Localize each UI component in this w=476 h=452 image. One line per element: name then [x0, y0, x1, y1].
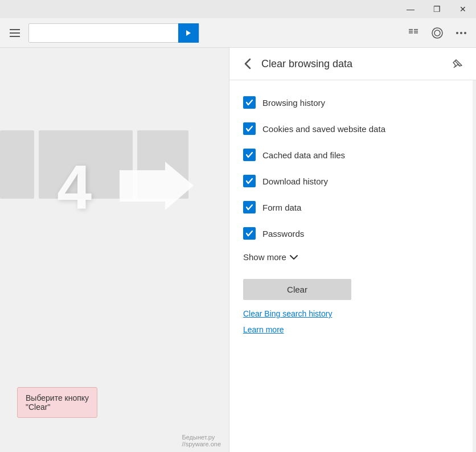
titlebar: — ❐ ✕ [0, 0, 476, 18]
show-more-button[interactable]: Show more [243, 246, 462, 268]
more-icon[interactable] [451, 23, 471, 43]
panel-title: Clear browsing data [257, 58, 449, 70]
checkbox-cookies-box[interactable] [243, 122, 256, 135]
checkbox-passwords-box[interactable] [243, 227, 256, 240]
checkbox-cached-data-box[interactable] [243, 149, 256, 161]
step-number: 4 [57, 150, 92, 223]
svg-rect-7 [414, 29, 418, 30]
svg-point-11 [434, 30, 440, 36]
menu-icon[interactable] [5, 23, 25, 43]
thumbnail-1 [0, 130, 34, 199]
browser-content: 4 Выберите кнопку "Clear" Бедынет.ру //s… [0, 48, 229, 452]
panel-body: Browsing history Cookies and saved websi… [229, 80, 476, 452]
svg-rect-0 [10, 29, 20, 30]
checkbox-form-data-box[interactable] [243, 201, 256, 213]
svg-rect-5 [409, 31, 413, 32]
checkbox-browsing-history[interactable]: Browsing history [243, 89, 462, 116]
svg-marker-3 [186, 30, 191, 36]
svg-rect-6 [409, 32, 413, 34]
svg-rect-9 [414, 32, 418, 34]
watermark: Бедынет.ру //spyware.one [182, 434, 221, 447]
learn-more-link[interactable]: Learn more [243, 325, 462, 334]
svg-point-14 [464, 32, 466, 34]
svg-point-13 [460, 32, 462, 34]
main-area: 4 Выберите кнопку "Clear" Бедынет.ру //s… [0, 48, 476, 452]
checkbox-browsing-history-box[interactable] [243, 96, 256, 109]
checkbox-cached-data-label: Cached data and files [262, 150, 345, 160]
address-input[interactable] [29, 28, 178, 38]
clear-button[interactable]: Clear [243, 279, 351, 300]
svg-point-12 [456, 32, 458, 34]
checkbox-download-history-label: Download history [262, 176, 328, 186]
tooltip-text-line1: Выберите кнопку [26, 393, 89, 402]
watermark-line2: //spyware.one [182, 441, 221, 447]
watermark-line1: Бедынет.ру [182, 434, 221, 441]
checkbox-form-data-label: Form data [262, 203, 301, 212]
close-button[interactable]: ✕ [450, 0, 476, 18]
minimize-button[interactable]: — [397, 0, 424, 18]
checkbox-form-data[interactable]: Form data [243, 194, 462, 220]
checkbox-download-history[interactable]: Download history [243, 168, 462, 194]
clear-bing-link[interactable]: Clear Bing search history [243, 309, 462, 318]
checkbox-cached-data[interactable]: Cached data and files [243, 142, 462, 168]
svg-rect-4 [409, 29, 413, 30]
tooltip-text-line2: "Clear" [26, 402, 50, 412]
go-button[interactable] [178, 23, 199, 43]
checkbox-passwords[interactable]: Passwords [243, 220, 462, 246]
show-more-label: Show more [243, 252, 286, 262]
checkbox-download-history-box[interactable] [243, 175, 256, 187]
checkbox-cookies-label: Cookies and saved website data [262, 124, 385, 134]
checkbox-passwords-label: Passwords [262, 229, 304, 239]
svg-rect-1 [10, 32, 20, 34]
maximize-button[interactable]: ❐ [424, 0, 450, 18]
panel-pin-button[interactable] [449, 55, 467, 73]
address-bar[interactable] [28, 23, 199, 43]
panel-scrollbar [473, 48, 476, 452]
svg-rect-8 [414, 31, 418, 32]
checkbox-browsing-history-label: Browsing history [262, 98, 325, 108]
panel-back-button[interactable] [239, 55, 257, 73]
browser-toolbar [0, 18, 476, 48]
favorites-icon[interactable] [427, 23, 448, 43]
step-tooltip: Выберите кнопку "Clear" [17, 387, 97, 418]
checkbox-cookies[interactable]: Cookies and saved website data [243, 116, 462, 142]
reading-icon[interactable] [403, 23, 424, 43]
clear-browsing-data-panel: Clear browsing data Browsing history [229, 48, 476, 452]
svg-rect-2 [10, 36, 20, 37]
panel-header: Clear browsing data [229, 48, 476, 80]
svg-point-10 [432, 28, 442, 38]
svg-marker-15 [120, 162, 194, 210]
